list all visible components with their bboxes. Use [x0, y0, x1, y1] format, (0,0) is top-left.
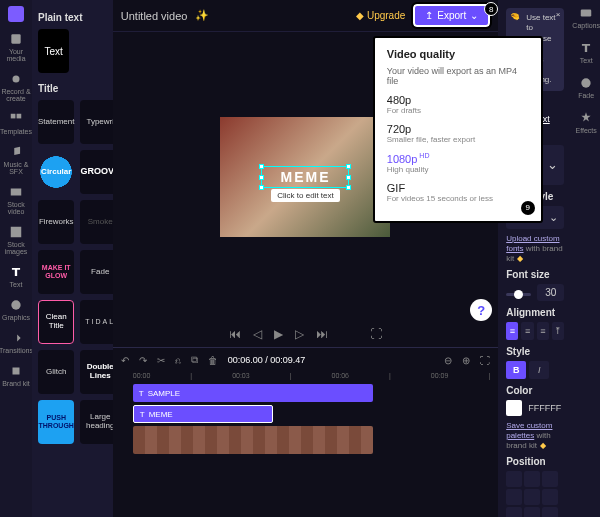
track-video-thumbs[interactable] — [133, 426, 373, 454]
export-option-gif[interactable]: GIFFor videos 15 seconds or less — [387, 182, 529, 203]
bold-button[interactable]: B — [506, 361, 526, 379]
pos-tl[interactable] — [506, 471, 522, 487]
track-sample[interactable]: TSAMPLE — [133, 384, 373, 402]
resize-handle[interactable] — [346, 185, 351, 190]
svg-rect-5 — [11, 227, 22, 238]
rrail-fade[interactable]: Fade — [578, 76, 594, 99]
project-title[interactable]: Untitled video — [121, 10, 188, 22]
upgrade-button[interactable]: ◆Upgrade — [356, 10, 405, 21]
color-hex[interactable]: FFFFFF — [528, 403, 561, 413]
align-right-button[interactable]: ≡ — [537, 322, 549, 340]
timeline-ruler[interactable]: 00:00| 00:03| 00:06| 00:09| — [121, 368, 490, 381]
copy-icon[interactable]: ⧉ — [191, 354, 198, 366]
rail-transitions[interactable]: Transitions — [0, 331, 33, 354]
template-fade[interactable]: Fade — [80, 250, 112, 294]
fit-icon[interactable]: ⛶ — [480, 355, 490, 366]
resize-handle[interactable] — [346, 175, 351, 180]
play-icon[interactable]: ▶ — [274, 327, 283, 341]
text-element-selected[interactable]: MEME — [261, 166, 349, 188]
template-double-lines[interactable]: Double Lines — [80, 350, 112, 394]
left-rail: Your media Record & create Templates Mus… — [0, 0, 32, 517]
template-typewriter[interactable]: Typewri — [80, 100, 112, 144]
edit-text-tooltip: Click to edit text — [271, 189, 339, 202]
resize-handle[interactable] — [259, 164, 264, 169]
rail-graphics[interactable]: Graphics — [2, 298, 30, 321]
rrail-captions[interactable]: Captions — [572, 6, 600, 29]
template-circular[interactable]: Circular — [38, 150, 74, 194]
pos-tr[interactable] — [542, 471, 558, 487]
resize-handle[interactable] — [259, 185, 264, 190]
diamond-icon: ◆ — [540, 441, 546, 450]
redo-icon[interactable]: ↷ — [139, 355, 147, 366]
template-statement[interactable]: Statement — [38, 100, 74, 144]
pos-bl[interactable] — [506, 507, 522, 517]
split-icon[interactable]: ⎌ — [175, 355, 181, 366]
help-button[interactable]: ? — [470, 299, 492, 321]
rail-stock-images[interactable]: Stock images — [0, 225, 32, 255]
template-large-heading[interactable]: Large heading — [80, 400, 112, 444]
pos-mc[interactable] — [524, 489, 540, 505]
template-glitch[interactable]: Glitch — [38, 350, 74, 394]
rail-text[interactable]: Text — [9, 265, 23, 288]
align-top-button[interactable]: ⤒ — [552, 322, 564, 340]
template-plain-text[interactable]: Text — [38, 29, 69, 73]
resize-handle[interactable] — [259, 175, 264, 180]
pos-mr[interactable] — [542, 489, 558, 505]
skip-forward-icon[interactable]: ⏭ — [316, 327, 328, 341]
template-push-through[interactable]: PUSH THROUGH — [38, 400, 74, 444]
align-center-button[interactable]: ≡ — [521, 322, 533, 340]
cut-icon[interactable]: ✂ — [157, 355, 165, 366]
export-option-720p[interactable]: 720pSmaller file, faster export — [387, 123, 529, 144]
rail-brand-kit[interactable]: Brand kit — [2, 364, 30, 387]
rail-stock-video[interactable]: Stock video — [0, 185, 32, 215]
template-groovy[interactable]: GROOVY — [80, 150, 112, 194]
fullscreen-icon[interactable]: ⛶ — [370, 327, 382, 341]
italic-button[interactable]: I — [529, 361, 549, 379]
export-option-1080p[interactable]: 1080pHDHigh quality — [387, 152, 529, 174]
undo-icon[interactable]: ↶ — [121, 355, 129, 366]
align-left-button[interactable]: ≡ — [506, 322, 518, 340]
track-meme[interactable]: TMEME — [133, 405, 273, 423]
timeline-tools: ↶ ↷ ✂ ⎌ ⧉ 🗑 00:06.00 / 00:09.47 ⊖ ⊕ ⛶ — [121, 352, 490, 368]
export-option-480p[interactable]: 480pFor drafts — [387, 94, 529, 115]
color-swatch[interactable] — [506, 400, 522, 416]
position-heading: Position — [506, 456, 564, 467]
pos-tc[interactable] — [524, 471, 540, 487]
position-grid — [506, 471, 564, 517]
template-glow[interactable]: MAKE IT GLOW — [38, 250, 74, 294]
step-back-icon[interactable]: ◁ — [253, 327, 262, 341]
resize-handle[interactable] — [346, 164, 351, 169]
chevron-down-icon: ⌄ — [547, 157, 558, 172]
upload-icon: ↥ — [425, 10, 433, 21]
zoom-in-icon[interactable]: ⊕ — [462, 355, 470, 366]
rail-templates[interactable]: Templates — [0, 112, 32, 135]
rrail-effects[interactable]: Effects — [576, 111, 597, 134]
magic-icon[interactable]: ✨ — [195, 9, 209, 22]
rrail-text[interactable]: Text — [579, 41, 593, 64]
step-forward-icon[interactable]: ▷ — [295, 327, 304, 341]
delete-icon[interactable]: 🗑 — [208, 355, 218, 366]
rail-your-media[interactable]: Your media — [0, 32, 32, 62]
timeline-time: 00:06.00 / 00:09.47 — [228, 355, 306, 365]
skip-back-icon[interactable]: ⏮ — [229, 327, 241, 341]
export-heading: Video quality — [387, 48, 529, 60]
chevron-down-icon: ⌄ — [470, 10, 478, 21]
export-button[interactable]: ↥ Export ⌄ 8 — [413, 4, 490, 27]
pos-br[interactable] — [542, 507, 558, 517]
font-size-heading: Font size — [506, 269, 564, 280]
rail-music[interactable]: Music & SFX — [0, 145, 32, 175]
font-size-slider[interactable] — [506, 293, 531, 296]
pos-ml[interactable] — [506, 489, 522, 505]
slider-thumb[interactable] — [514, 290, 523, 299]
template-tidal[interactable]: TIDAL — [80, 300, 112, 344]
zoom-out-icon[interactable]: ⊖ — [444, 355, 452, 366]
rail-record[interactable]: Record & create — [0, 72, 32, 102]
svg-point-9 — [582, 78, 591, 87]
font-size-value[interactable]: 30 — [537, 284, 564, 301]
template-fireworks[interactable]: Fireworks — [38, 200, 74, 244]
pos-bc[interactable] — [524, 507, 540, 517]
playback-controls: ⏮ ◁ ▶ ▷ ⏭ ⛶ — [113, 321, 498, 347]
close-icon[interactable]: × — [556, 10, 561, 20]
template-clean-title[interactable]: Clean Title — [38, 300, 74, 344]
template-smoke[interactable]: Smoke — [80, 200, 112, 244]
